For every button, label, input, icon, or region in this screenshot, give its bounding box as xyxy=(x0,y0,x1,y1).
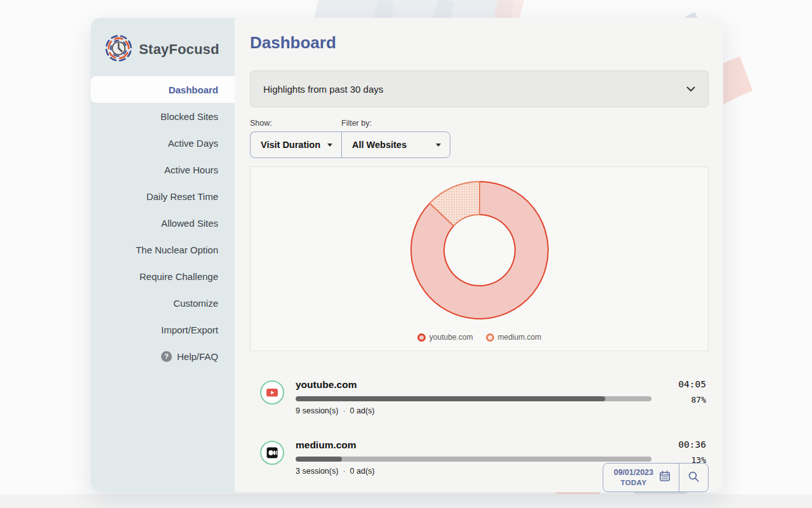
visit-percent: 87% xyxy=(691,395,706,404)
legend-marker-youtube xyxy=(417,333,426,342)
usage-bar-fill xyxy=(296,396,605,401)
sidebar-item-label: Allowed Sites xyxy=(161,218,218,229)
chevron-down-icon xyxy=(686,83,695,95)
medium-icon xyxy=(260,441,284,465)
donut-chart xyxy=(405,167,554,333)
site-meta: 9 session(s) · 0 ad(s) xyxy=(296,406,652,415)
separator-dot: · xyxy=(343,406,345,415)
legend-item-youtube[interactable]: youtube.com xyxy=(417,333,473,342)
show-label: Show: xyxy=(250,119,341,128)
filter-group: Filter by: All Websites xyxy=(341,119,450,158)
highlights-dropdown[interactable]: Highlights from past 30 days xyxy=(250,70,709,107)
date-search-group: 09/01/2023 TODAY xyxy=(603,463,709,492)
search-button[interactable] xyxy=(679,464,708,491)
ad-count: 0 ad(s) xyxy=(350,467,375,476)
sidebar-item-dashboard[interactable]: Dashboard xyxy=(91,76,235,103)
show-group: Show: Visit Duration xyxy=(250,119,341,158)
separator-dot: · xyxy=(343,467,345,476)
sidebar-item-daily-reset-time[interactable]: Daily Reset Time xyxy=(91,183,235,210)
controls-row: Show: Visit Duration Filter by: All Webs… xyxy=(250,119,709,158)
date-today-label: TODAY xyxy=(620,478,646,487)
sidebar-item-label: The Nuclear Option xyxy=(136,244,218,255)
ad-count: 0 ad(s) xyxy=(350,406,375,415)
sidebar-item-label: Daily Reset Time xyxy=(147,191,218,202)
caret-down-icon xyxy=(327,144,332,147)
sidebar-item-label: Help/FAQ xyxy=(177,351,218,362)
help-icon: ? xyxy=(161,351,172,362)
calendar-icon xyxy=(658,470,671,485)
sidebar-item-nuclear-option[interactable]: The Nuclear Option xyxy=(91,236,235,263)
sidebar-item-import-export[interactable]: Import/Export xyxy=(91,316,235,343)
sidebar-nav: Dashboard Blocked Sites Active Days Acti… xyxy=(91,76,235,370)
sidebar-item-label: Dashboard xyxy=(169,84,218,95)
show-select[interactable]: Visit Duration xyxy=(250,131,341,158)
chart-legend: youtube.com medium.com xyxy=(417,333,541,342)
filter-by-label: Filter by: xyxy=(341,119,450,128)
sidebar-item-blocked-sites[interactable]: Blocked Sites xyxy=(91,103,235,130)
filter-select-value: All Websites xyxy=(352,140,407,150)
legend-label: medium.com xyxy=(498,333,542,342)
legend-item-medium[interactable]: medium.com xyxy=(486,333,542,342)
session-count: 9 session(s) xyxy=(296,406,338,415)
chart-panel: youtube.com medium.com xyxy=(250,166,709,351)
app-window: StayFocusd Dashboard Blocked Sites Activ… xyxy=(91,18,723,492)
usage-bar-track xyxy=(296,457,652,462)
sidebar-item-help-faq[interactable]: ? Help/FAQ xyxy=(91,343,235,370)
search-icon xyxy=(688,471,700,485)
sidebar-item-label: Active Hours xyxy=(164,164,218,175)
show-select-value: Visit Duration xyxy=(261,140,320,150)
filter-select[interactable]: All Websites xyxy=(341,131,450,158)
legend-label: youtube.com xyxy=(429,333,473,342)
date-value: 09/01/2023 xyxy=(613,468,653,478)
sidebar-item-active-hours[interactable]: Active Hours xyxy=(91,156,235,183)
sidebar-item-customize[interactable]: Customize xyxy=(91,290,235,316)
session-count: 3 session(s) xyxy=(296,467,338,476)
sidebar-item-label: Import/Export xyxy=(161,324,218,335)
site-meta: 3 session(s) · 0 ad(s) xyxy=(296,467,652,476)
site-name: medium.com xyxy=(296,439,652,451)
site-row-youtube: youtube.com 9 session(s) · 0 ad(s) 04:05 xyxy=(260,379,706,415)
sidebar-item-label: Active Days xyxy=(168,138,218,149)
sidebar-item-require-challenge[interactable]: Require Challenge xyxy=(91,263,235,290)
sidebar-item-active-days[interactable]: Active Days xyxy=(91,130,235,156)
caret-down-icon xyxy=(436,144,441,147)
sidebar-item-label: Require Challenge xyxy=(140,271,218,282)
sidebar-item-label: Customize xyxy=(173,298,218,309)
visit-duration: 04:05 xyxy=(678,379,706,389)
usage-bar-fill xyxy=(296,457,342,462)
highlights-label: Highlights from past 30 days xyxy=(263,84,383,95)
usage-bar-track xyxy=(296,396,652,401)
sidebar: StayFocusd Dashboard Blocked Sites Activ… xyxy=(91,18,235,492)
visit-duration: 00:36 xyxy=(678,439,706,450)
stayfocusd-logo-icon xyxy=(105,34,133,65)
legend-marker-medium xyxy=(486,333,494,342)
deco-bottom-band xyxy=(0,494,812,508)
main-content: Dashboard Highlights from past 30 days S… xyxy=(235,18,723,492)
sidebar-item-allowed-sites[interactable]: Allowed Sites xyxy=(91,210,235,236)
brand: StayFocusd xyxy=(91,18,235,76)
site-usage-list: youtube.com 9 session(s) · 0 ad(s) 04:05 xyxy=(250,379,709,476)
date-picker[interactable]: 09/01/2023 TODAY xyxy=(603,464,679,491)
site-name: youtube.com xyxy=(296,379,652,391)
youtube-icon xyxy=(260,380,284,404)
page-title: Dashboard xyxy=(250,33,709,53)
app-title: StayFocusd xyxy=(139,41,219,58)
sidebar-item-label: Blocked Sites xyxy=(160,111,218,122)
